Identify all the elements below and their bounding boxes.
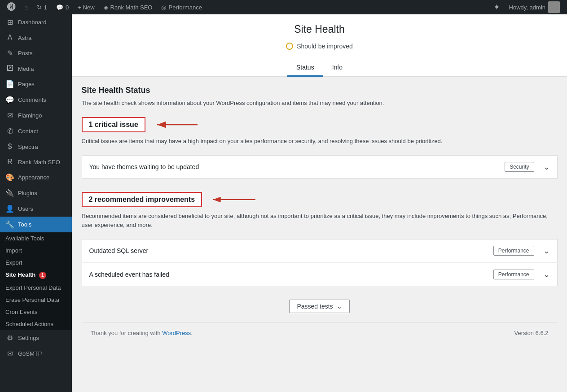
sidebar-item-comments[interactable]: 💬 Comments: [0, 92, 72, 108]
submenu-site-health[interactable]: Site Health 1: [0, 269, 72, 282]
sidebar-item-label: Users: [18, 205, 33, 212]
updates-icon: ↻: [37, 4, 42, 11]
sidebar-item-rankmath[interactable]: R Rank Math SEO: [0, 154, 72, 170]
status-label: Should be improved: [297, 43, 353, 50]
layout: ⊞ Dashboard A Astra ✎ Posts 🖼 Media 📄 Pa…: [0, 14, 567, 392]
critical-issue-card-0: You have themes waiting to be updated Se…: [82, 155, 558, 179]
submenu-export-personal-data[interactable]: Export Personal Data: [0, 282, 72, 294]
critical-count-box: 1 critical issue: [82, 117, 145, 132]
sidebar-item-flamingo[interactable]: ✉ Flamingo: [0, 108, 72, 123]
adminbar-home[interactable]: ⌂: [20, 0, 32, 14]
sidebar-item-label: Posts: [18, 50, 33, 57]
sidebar-item-label: Flamingo: [18, 112, 42, 119]
page-title: Site Health: [72, 23, 567, 35]
spectra-icon: $: [5, 143, 14, 151]
sidebar-item-appearance[interactable]: 🎨 Appearance: [0, 170, 72, 185]
site-health-badge: 1: [39, 272, 46, 279]
passed-tests-label: Passed tests: [297, 303, 333, 310]
improvements-count-box: 2 recommended improvements: [82, 192, 202, 207]
improvement-label-0: Outdated SQL server: [89, 247, 488, 254]
submenu-import[interactable]: Import: [0, 244, 72, 257]
sidebar-item-label: Rank Math SEO: [18, 159, 60, 166]
page-footer: Thank you for creating with WordPress. V…: [82, 322, 558, 344]
passed-tests-button[interactable]: Passed tests ⌄: [289, 300, 349, 313]
howdy-label: Howdy, admin: [509, 4, 545, 11]
submenu-erase-personal-data[interactable]: Erase Personal Data: [0, 294, 72, 306]
improvement-card-0: Outdated SQL server Performance ⌄: [82, 239, 558, 262]
contact-icon: ✆: [5, 127, 14, 135]
rankmath-label: Rank Math SEO: [110, 4, 153, 11]
appearance-icon: 🎨: [5, 173, 14, 182]
sidebar-item-gosmtp[interactable]: ✉ GoSMTP: [0, 346, 72, 362]
submenu-cron-events[interactable]: Cron Events: [0, 306, 72, 318]
passed-tests-chevron: ⌄: [337, 303, 342, 310]
tools-submenu: Available Tools Import Export Site Healt…: [0, 232, 72, 330]
updates-count: 1: [44, 4, 47, 11]
users-icon: 👤: [5, 205, 14, 213]
tabs-bar: Status Info: [72, 59, 567, 76]
pages-icon: 📄: [5, 80, 14, 88]
critical-issue-tag-0: Security: [505, 162, 534, 172]
wp-logo[interactable]: 🅦: [4, 2, 20, 13]
improvement-tag-1: Performance: [493, 270, 534, 279]
sidebar-item-posts[interactable]: ✎ Posts: [0, 45, 72, 61]
submenu-scheduled-actions[interactable]: Scheduled Actions: [0, 318, 72, 330]
passed-tests-section: Passed tests ⌄: [289, 300, 349, 313]
media-icon: 🖼: [5, 65, 14, 73]
sidebar-item-label: GoSMTP: [18, 350, 42, 357]
sidebar-item-media[interactable]: 🖼 Media: [0, 61, 72, 76]
new-label: + New: [78, 4, 94, 11]
admin-bar: 🅦 ⌂ ↻ 1 💬 0 + New ◈ Rank Math SEO ◎ Perf…: [0, 0, 567, 14]
sidebar-item-settings[interactable]: ⚙ Settings: [0, 330, 72, 346]
sidebar-item-label: Pages: [18, 81, 35, 87]
sidebar-item-spectra[interactable]: $ Spectra: [0, 139, 72, 154]
adminbar-updates[interactable]: ↻ 1: [32, 0, 52, 14]
sidebar-item-label: Spectra: [18, 144, 38, 150]
sidebar-item-plugins[interactable]: 🔌 Plugins: [0, 185, 72, 201]
tab-status[interactable]: Status: [287, 59, 323, 77]
adminbar-new[interactable]: + New: [73, 0, 99, 14]
section-title: Site Health Status: [82, 86, 558, 95]
adminbar-rankmath[interactable]: ◈ Rank Math SEO: [99, 0, 157, 14]
critical-issue-header: 1 critical issue: [82, 117, 558, 132]
critical-expand-0[interactable]: ⌄: [543, 162, 550, 172]
sidebar-item-label: Tools: [18, 221, 31, 228]
improvement-tag-0: Performance: [493, 246, 534, 256]
submenu-available-tools[interactable]: Available Tools: [0, 232, 72, 244]
sidebar-item-pages[interactable]: 📄 Pages: [0, 76, 72, 92]
critical-issue-label-0: You have themes waiting to be updated: [89, 163, 500, 170]
improvement-expand-1[interactable]: ⌄: [543, 270, 550, 279]
sidebar-item-label: Plugins: [18, 190, 37, 196]
adminbar-comments[interactable]: 💬 0: [52, 0, 73, 14]
adminbar-right: ✦ Howdy, admin: [490, 1, 563, 13]
sidebar-item-astra[interactable]: A Astra: [0, 30, 72, 45]
tab-info[interactable]: Info: [323, 59, 352, 77]
sidebar-item-tools[interactable]: 🔧 Tools: [0, 217, 72, 232]
critical-arrow: [153, 118, 207, 131]
adminbar-howdy[interactable]: Howdy, admin: [505, 1, 563, 13]
sidebar-item-label: Dashboard: [18, 19, 47, 26]
main-content: Help ▾ Site Health Should be improved St…: [72, 14, 567, 392]
content-area: Site Health Status The site health check…: [73, 77, 567, 362]
adminbar-performance[interactable]: ◎ Performance: [157, 0, 206, 14]
sidebar-item-dashboard[interactable]: ⊞ Dashboard: [0, 14, 72, 30]
posts-icon: ✎: [5, 49, 14, 57]
footer-wp-link[interactable]: WordPress: [162, 330, 191, 336]
sidebar-item-users[interactable]: 👤 Users: [0, 201, 72, 217]
improvement-label-1: A scheduled event has failed: [89, 271, 488, 278]
plugins-icon: 🔌: [5, 189, 14, 197]
performance-label: Performance: [168, 4, 202, 11]
gosmtp-icon: ✉: [5, 349, 14, 358]
improvement-expand-0[interactable]: ⌄: [543, 246, 550, 256]
improvement-card-1: A scheduled event has failed Performance…: [82, 263, 558, 286]
ai-icon[interactable]: ✦: [490, 2, 504, 12]
settings-icon: ⚙: [5, 334, 14, 342]
footer-credit: Thank you for creating with WordPress.: [91, 330, 193, 336]
improvements-arrow: [209, 193, 263, 206]
submenu-export[interactable]: Export: [0, 257, 72, 269]
sidebar-item-contact[interactable]: ✆ Contact: [0, 123, 72, 139]
sidebar-item-label: Contact: [18, 128, 38, 135]
comments-icon: 💬: [56, 4, 63, 11]
sidebar-item-label: Comments: [18, 96, 46, 103]
performance-icon: ◎: [161, 4, 166, 11]
